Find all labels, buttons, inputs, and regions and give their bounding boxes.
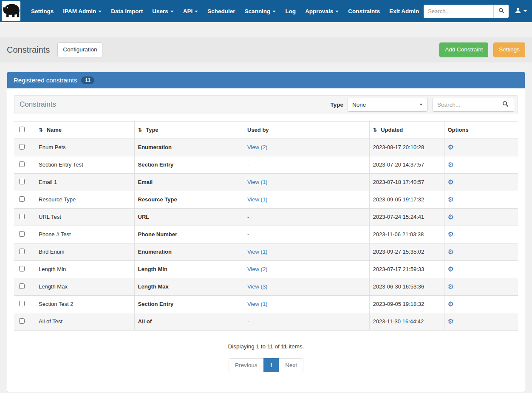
- constraint-updated: 2023-07-18 17:40:57: [369, 173, 444, 191]
- table-search-button[interactable]: [497, 98, 514, 112]
- sort-icon: ⇅: [138, 127, 142, 133]
- row-options-gear-icon[interactable]: ⚙: [448, 266, 454, 273]
- row-options-gear-icon[interactable]: ⚙: [448, 248, 454, 255]
- row-options-gear-icon[interactable]: ⚙: [448, 161, 454, 168]
- constraint-updated: 2023-09-05 19:17:32: [369, 191, 444, 208]
- nav-item-exit-admin[interactable]: Exit Admin: [385, 4, 424, 18]
- nav-item-scheduler[interactable]: Scheduler: [203, 4, 240, 18]
- row-checkbox[interactable]: [19, 161, 25, 167]
- constraint-name: All of Test: [35, 313, 134, 330]
- user-icon: [515, 7, 521, 15]
- column-header-used-by: Used by: [244, 121, 369, 139]
- brand-logo[interactable]: [2, 1, 20, 21]
- nav-item-data-import[interactable]: Data Import: [106, 4, 147, 18]
- toolbar-title: Constraints: [20, 100, 56, 109]
- constraint-used-by: View (1): [244, 243, 369, 260]
- table-row: Enum Pets Enumeration View (2) 2023-08-1…: [14, 139, 518, 156]
- constraint-updated: 2023-11-30 16:44:42: [369, 313, 444, 330]
- constraint-type: Email: [134, 173, 244, 191]
- row-checkbox[interactable]: [19, 283, 25, 289]
- chevron-down-icon: [195, 11, 198, 12]
- table-row: Email 1 Email View (1) 2023-07-18 17:40:…: [14, 173, 518, 191]
- constraint-name: Phone # Test: [35, 226, 134, 243]
- chevron-down-icon: [419, 104, 423, 105]
- navbar-search: [424, 5, 509, 18]
- column-header-type[interactable]: ⇅ Type: [134, 121, 244, 139]
- nav-item-settings[interactable]: Settings: [26, 4, 58, 18]
- table-row: Section Test 2 Section Entry View (1) 20…: [14, 295, 518, 313]
- table-toolbar: Constraints Type None: [14, 95, 518, 114]
- row-options-gear-icon[interactable]: ⚙: [448, 213, 454, 221]
- user-menu[interactable]: [509, 5, 530, 18]
- row-options-gear-icon[interactable]: ⚙: [448, 196, 454, 203]
- nav-item-approvals[interactable]: Approvals: [300, 4, 343, 18]
- table-row: Phone # Test Phone Number - 2023-11-06 2…: [14, 226, 518, 243]
- table-search-input[interactable]: [433, 98, 497, 112]
- sort-icon: ⇅: [39, 127, 43, 133]
- constraint-updated: 2023-07-17 21:59:33: [369, 260, 444, 278]
- pagination-previous[interactable]: Previous: [229, 358, 264, 372]
- table-row: URL Test URL - 2023-07-24 15:24:41 ⚙: [14, 208, 518, 226]
- type-filter-selected-value: None: [352, 102, 366, 108]
- constraint-type: Resource Type: [134, 191, 244, 208]
- used-by-view-link[interactable]: View (2): [247, 144, 267, 150]
- chevron-down-icon: [170, 11, 174, 12]
- nav-item-scanning[interactable]: Scanning: [240, 4, 281, 18]
- pagination-next[interactable]: Next: [279, 358, 303, 372]
- row-checkbox[interactable]: [19, 214, 25, 219]
- used-by-view-link[interactable]: View (1): [247, 179, 267, 185]
- type-filter-label: Type: [330, 102, 343, 108]
- used-by-view-link[interactable]: View (2): [247, 266, 267, 272]
- row-options-gear-icon[interactable]: ⚙: [448, 300, 454, 308]
- row-checkbox[interactable]: [19, 266, 25, 271]
- type-filter-select[interactable]: None: [348, 98, 427, 112]
- row-options-gear-icon[interactable]: ⚙: [448, 144, 454, 151]
- top-navbar: SettingsIPAM AdminData ImportUsersAPISch…: [0, 0, 532, 22]
- nav-item-api[interactable]: API: [178, 4, 203, 18]
- navbar-search-input[interactable]: [424, 5, 493, 18]
- row-options-gear-icon[interactable]: ⚙: [448, 283, 454, 290]
- used-by-view-link[interactable]: View (1): [247, 196, 267, 203]
- constraint-name: Bird Enum: [35, 243, 134, 260]
- configuration-button[interactable]: Configuration: [57, 42, 102, 57]
- mammoth-logo-icon: [2, 3, 20, 20]
- pagination-page-1[interactable]: 1: [263, 358, 280, 372]
- row-checkbox[interactable]: [19, 318, 25, 324]
- search-icon: [498, 8, 504, 15]
- nav-item-ipam-admin[interactable]: IPAM Admin: [58, 4, 106, 18]
- constraint-used-by: View (3): [244, 278, 369, 295]
- used-by-view-link[interactable]: View (1): [247, 249, 267, 255]
- constraint-name: Length Max: [35, 278, 134, 295]
- row-checkbox[interactable]: [19, 301, 25, 306]
- navbar-search-button[interactable]: [493, 5, 509, 18]
- row-options-gear-icon[interactable]: ⚙: [448, 318, 454, 325]
- row-checkbox[interactable]: [19, 144, 25, 150]
- row-checkbox[interactable]: [19, 231, 25, 237]
- column-header-name[interactable]: ⇅ Name: [35, 121, 134, 139]
- settings-button[interactable]: Settings: [493, 42, 525, 57]
- nav-item-users[interactable]: Users: [147, 4, 178, 18]
- column-header-updated[interactable]: ⇅ Updated: [369, 121, 444, 139]
- row-checkbox[interactable]: [19, 196, 25, 202]
- count-badge: 11: [81, 76, 94, 84]
- nav-item-constraints[interactable]: Constraints: [343, 4, 385, 18]
- row-options-gear-icon[interactable]: ⚙: [448, 178, 454, 186]
- constraint-name: Section Test 2: [35, 295, 134, 313]
- constraint-name: URL Test: [35, 208, 134, 226]
- add-constraint-button[interactable]: Add Constraint: [439, 42, 488, 57]
- select-all-checkbox[interactable]: [19, 127, 25, 132]
- nav-item-log[interactable]: Log: [280, 4, 300, 18]
- row-checkbox[interactable]: [19, 249, 25, 254]
- constraint-name: Length Min: [35, 260, 134, 278]
- row-checkbox[interactable]: [19, 179, 25, 184]
- constraint-used-by: View (1): [244, 173, 369, 191]
- constraint-name: Enum Pets: [35, 139, 134, 156]
- constraint-used-by: View (1): [244, 295, 369, 313]
- used-by-view-link[interactable]: View (3): [247, 283, 267, 290]
- used-by-view-link[interactable]: View (1): [247, 301, 267, 307]
- constraint-updated: 2023-11-06 21:03:38: [369, 226, 444, 243]
- constraint-name: Section Entry Test: [35, 156, 134, 173]
- constraint-type: Length Min: [134, 260, 244, 278]
- row-options-gear-icon[interactable]: ⚙: [448, 231, 454, 238]
- constraint-used-by: -: [244, 226, 369, 243]
